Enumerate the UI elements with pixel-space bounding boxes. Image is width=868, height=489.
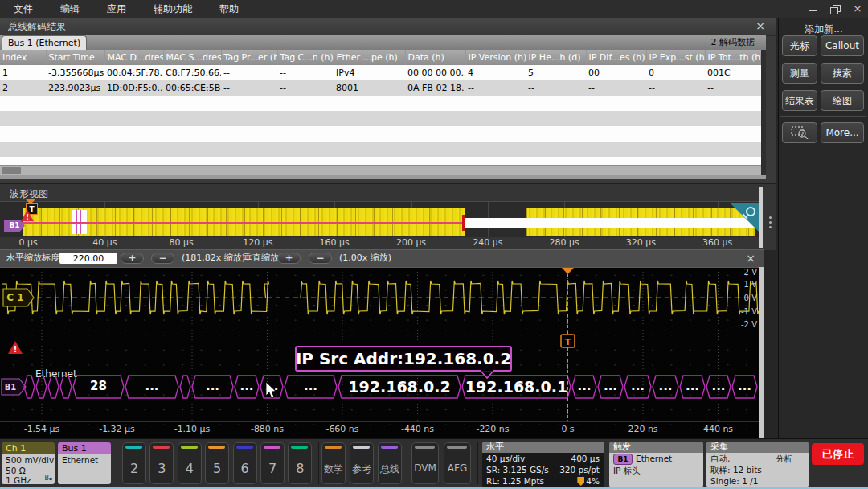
menu-item-5[interactable]: 帮助 <box>206 0 252 18</box>
channel1-name: Ch 1 <box>2 442 55 454</box>
channel-number: 7 <box>261 461 284 476</box>
menu-item-4[interactable]: 辅助功能 <box>140 0 206 18</box>
数学-button[interactable]: 数学 <box>321 442 346 484</box>
bus1-badge[interactable]: Bus 1 Ethernet <box>58 442 111 484</box>
hzoom-scale-value[interactable]: 220.00 ns/div <box>59 253 117 264</box>
hzoom-minus-button[interactable]: − <box>151 253 174 264</box>
channel4-button[interactable]: 4 <box>178 442 202 484</box>
add-new-title: 添加新... <box>779 23 868 36</box>
h-percent: 4% <box>577 475 600 487</box>
总线-button[interactable]: 总线 <box>378 442 402 484</box>
results-horizontal-scrollbar[interactable] <box>0 165 766 176</box>
column-header: IP Exp...st (h) <box>646 50 705 65</box>
channel5-button[interactable]: 5 <box>205 442 229 484</box>
separator <box>318 442 319 484</box>
h-samplerate: SR: 3.125 GS/s <box>486 464 549 475</box>
svg-text:C 1: C 1 <box>6 292 23 303</box>
tab-bus1-ethernet[interactable]: Bus 1 (Ethernet) <box>2 35 87 51</box>
svg-text:IP Src Addr:192.168.0.2: IP Src Addr:192.168.0.2 <box>296 349 511 368</box>
acq-mode: 自动, <box>710 453 730 464</box>
mask-button[interactable] <box>782 122 817 143</box>
vzoom-factor: (1.00x 缩放) <box>339 250 391 266</box>
segment-value: ... <box>304 379 317 393</box>
vzoom-minus-button[interactable]: − <box>309 253 332 264</box>
restore-icon[interactable] <box>829 3 841 14</box>
bus-warning-icon: ! <box>8 341 23 354</box>
close-icon[interactable]: × <box>852 3 863 14</box>
overview-tick-label: 360 µs <box>702 237 732 248</box>
add-item-button[interactable]: 测量 <box>782 63 817 84</box>
channel-number: 4 <box>178 461 201 476</box>
waveform-overview-panel[interactable]: 波形视图 T ! B1 0 µs40 µs80 µs120 µs160 µs20… <box>0 183 776 250</box>
results-vertical-scrollbar[interactable] <box>761 50 766 175</box>
column-header: IP Tot...th (h) <box>705 50 761 65</box>
zoom-waveform-view[interactable]: C 12 V1 V0 V-1 V-2 V!EthernetB128.......… <box>0 267 764 438</box>
table-cell: 8001 <box>334 80 405 96</box>
channel1-handle-badge[interactable]: C 1 <box>3 289 34 306</box>
trigger-T-marker[interactable]: T <box>561 335 575 347</box>
add-item-button[interactable]: 绘图 <box>821 90 864 111</box>
minimize-icon[interactable] <box>807 3 818 14</box>
scope-vertical-scrollbar[interactable] <box>759 267 764 438</box>
scope-tick-label: -1.32 µs <box>99 424 135 434</box>
magnifier-icon <box>746 207 755 216</box>
DVM-button[interactable]: DVM <box>411 442 439 484</box>
menu-item-2[interactable]: 编辑 <box>47 0 93 18</box>
column-header: IP He...h (d) <box>526 50 586 65</box>
menu-item-3[interactable]: 应用 <box>93 0 140 18</box>
add-item-button[interactable]: Callout <box>821 35 864 56</box>
bus-decode-segment: ... <box>598 376 623 398</box>
channel1-badge[interactable]: Ch 1 500 mV/div 50 Ω 1 GHz B▪ <box>2 442 55 484</box>
vzoom-plus-button[interactable]: + <box>277 253 301 264</box>
hzoom-plus-button[interactable]: + <box>121 253 144 264</box>
h-recordlength: RL: 1.25 Mpts <box>486 475 544 487</box>
add-item-button[interactable]: 光标 <box>782 35 817 56</box>
table-row[interactable]: 1-3.355668µs00:04:5F:78...C8:F7:50:66...… <box>0 65 761 80</box>
splitter-dot[interactable] <box>769 221 772 224</box>
channel8-button[interactable]: 8 <box>288 442 312 484</box>
AFG-button[interactable]: AFG <box>444 442 471 484</box>
trigger-detail: IP 标头 <box>613 465 703 476</box>
bus1-handle-badge[interactable]: B1 <box>2 379 26 395</box>
scope-canvas: C 12 V1 V0 V-1 V-2 V!EthernetB128.......… <box>0 267 759 438</box>
overview-tick-label: 280 µs <box>549 237 579 248</box>
scope-tick-label: 440 ns <box>703 424 733 434</box>
results-close-icon[interactable]: × <box>754 19 767 32</box>
channel6-button[interactable]: 6 <box>233 442 257 484</box>
acquisition-panel[interactable]: 采集 自动,分析 取样: 12 bits Single: 1 /1 <box>706 442 809 487</box>
trigger-b1-chip: B1 <box>613 454 633 465</box>
button-label: 数学 <box>322 462 345 476</box>
horizontal-panel[interactable]: 水平 40 µs/div400 µs SR: 3.125 GS/s320 ps/… <box>482 442 604 487</box>
horizontal-title: 水平 <box>482 442 604 453</box>
splitter-dot[interactable] <box>769 226 772 228</box>
channel3-button[interactable]: 3 <box>149 442 174 484</box>
scrollbar-thumb[interactable] <box>2 167 21 174</box>
column-header: Tag C...n (h) <box>277 50 334 65</box>
bus-decode-segment: ... <box>624 376 651 398</box>
参考-button[interactable]: 参考 <box>350 442 374 484</box>
table-row[interactable]: 2223.9023µs1D:0D:F5:0...00:65:CE:5B...--… <box>0 80 761 96</box>
splitter-dot[interactable] <box>769 216 772 219</box>
add-more-button[interactable]: More... <box>821 122 864 143</box>
bus1-name: Bus 1 <box>58 442 111 454</box>
scope-tick-label: -1.10 µs <box>174 424 211 434</box>
channel2-button[interactable]: 2 <box>122 442 146 484</box>
zoomview-close-icon[interactable]: × <box>744 252 757 265</box>
channel7-button[interactable]: 7 <box>260 442 285 484</box>
volt-label: 1 V <box>744 280 758 289</box>
empty-row <box>0 126 761 142</box>
add-item-button[interactable]: 结果表 <box>782 90 817 111</box>
trigger-position-icon[interactable] <box>562 268 574 274</box>
stop-button[interactable]: 已停止 <box>812 443 864 465</box>
column-header: IP Dif...es (h) <box>586 50 646 65</box>
trigger-panel[interactable]: 触发 B1Ethernet IP 标头 <box>609 442 703 487</box>
callout[interactable]: IP Src Addr:192.168.0.2 <box>296 347 511 378</box>
button-color-stripe <box>381 446 398 449</box>
overview-idle-gap <box>465 218 755 228</box>
menu-bar: 文件编辑应用辅助功能帮助 × <box>0 0 868 18</box>
menu-item-1[interactable]: 文件 <box>0 0 47 18</box>
overview-plot[interactable]: T ! B1 <box>0 201 759 237</box>
table-cell: -- <box>277 65 334 80</box>
table-cell: -- <box>526 80 586 96</box>
add-item-button[interactable]: 搜索 <box>821 63 864 84</box>
